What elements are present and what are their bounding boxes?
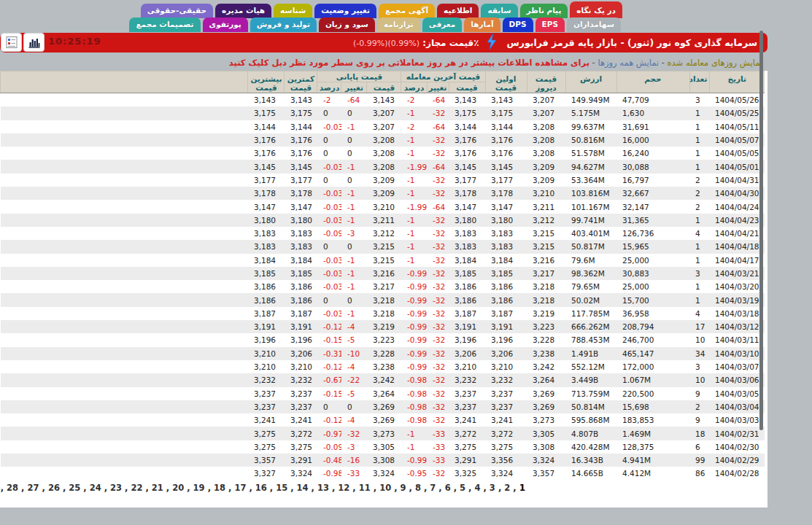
trade-day-row[interactable]: 1404/05/05116,24051.578M3,2083,1763,176-… bbox=[1, 147, 765, 160]
cell-first-price: 3,241 bbox=[485, 413, 527, 427]
trade-day-row[interactable]: 1404/03/21330,88398.362M3,2173,1853,185-… bbox=[1, 267, 765, 280]
trade-day-row[interactable]: 1404/05/07116,00050.816M3,2083,1763,176-… bbox=[1, 133, 765, 147]
trade-day-row[interactable]: 1404/03/1217208,794666.262M3,2233,1913,1… bbox=[1, 320, 765, 333]
cell-last-price: 3,272 bbox=[449, 427, 485, 440]
tab-announcement[interactable]: اطلاعیه bbox=[437, 4, 479, 18]
trade-day-row[interactable]: 1404/03/18436,958117.785M3,2193,1873,187… bbox=[1, 307, 765, 320]
trade-day-row[interactable]: 1404/03/039183,853595.868M3,2733,2413,24… bbox=[1, 413, 765, 427]
cell-yesterday-price: 3,210 bbox=[527, 187, 565, 200]
trade-day-row[interactable]: 1404/03/06101.067M3.449B3,2643,2323,232-… bbox=[1, 373, 765, 386]
page-number-8[interactable]: 8 bbox=[415, 483, 421, 493]
tab-at-a-glance[interactable]: در یک نگاه bbox=[570, 1, 622, 18]
trade-day-row[interactable]: 1404/04/31216,79753.364M3,2093,1773,177-… bbox=[1, 174, 765, 187]
page-number-4[interactable]: 4 bbox=[474, 483, 480, 493]
page-number-23[interactable]: 23 bbox=[110, 483, 122, 493]
page-number-3[interactable]: 3 bbox=[490, 483, 495, 493]
page-number-25[interactable]: 25 bbox=[69, 483, 80, 493]
page-number-16[interactable]: 16 bbox=[255, 483, 267, 493]
chart-icon-button[interactable] bbox=[23, 33, 45, 52]
cell-last-change: -32 bbox=[427, 413, 449, 427]
trade-day-row[interactable]: 1404/03/073172,000552.12M3,2423,2103,210… bbox=[1, 360, 765, 373]
tab-history[interactable]: سابقه bbox=[481, 4, 517, 18]
cell-close-price: 3,324 bbox=[367, 467, 401, 480]
cell-count: 1 bbox=[689, 280, 709, 293]
page-number-22[interactable]: 22 bbox=[131, 483, 142, 493]
vertical-scrollbar-thumb[interactable] bbox=[759, 31, 763, 430]
page-number-10[interactable]: 10 bbox=[379, 483, 391, 493]
show-traded-days-link[interactable]: نمایش روزهای معامله شده bbox=[668, 58, 762, 68]
cell-yesterday-price: 3,324 bbox=[527, 454, 565, 467]
trade-day-row[interactable]: 1404/05/26347,709149.949M3,2073,1433,143… bbox=[1, 93, 765, 107]
page-number-14[interactable]: 14 bbox=[297, 483, 309, 493]
tab-dps[interactable]: DPS bbox=[503, 18, 533, 32]
tab-status-change[interactable]: تغییر وضعیت bbox=[314, 4, 376, 18]
cell-value: 595.868M bbox=[565, 413, 616, 427]
tab-balance-sheet[interactable]: ترازنامه bbox=[377, 18, 420, 32]
page-number-27[interactable]: 27 bbox=[27, 483, 39, 493]
tab-portfolio[interactable]: پورتفوی bbox=[203, 18, 248, 32]
tab-introduction[interactable]: معرفی bbox=[422, 18, 462, 32]
tab-assembly-notice[interactable]: آگهی مجمع bbox=[379, 4, 435, 18]
trade-day-row[interactable]: 1404/02/31181.469M4.807B3,3053,2723,272-… bbox=[1, 427, 765, 440]
cell-first-price: 3,183 bbox=[485, 227, 527, 240]
cell-highest-price: 3,186 bbox=[248, 280, 285, 293]
trade-day-row[interactable]: 1404/04/18115,96550.817M3,2153,1833,183-… bbox=[1, 240, 765, 253]
cell-volume: 1.469M bbox=[616, 427, 689, 440]
tab-individual-institutional[interactable]: حقیقی-حقوقی bbox=[141, 4, 213, 18]
trade-day-row[interactable]: 1404/04/23131,36599.741M3,2123,1803,180-… bbox=[1, 214, 765, 227]
trade-day-row[interactable]: 1404/04/24232,147101.167M3,2113,1473,147… bbox=[1, 200, 765, 213]
show-all-days-link[interactable]: نمایش همه روزها bbox=[598, 58, 659, 68]
trade-day-row[interactable]: 1404/03/1034465,1471.491B3,2383,2063,206… bbox=[1, 347, 765, 360]
page-number-28[interactable]: 28 bbox=[7, 483, 18, 493]
page-number-5[interactable]: 5 bbox=[460, 483, 465, 493]
cell-close-change: -1 bbox=[341, 280, 367, 293]
cell-last-price: 3,186 bbox=[449, 280, 485, 293]
page-number-19[interactable]: 19 bbox=[193, 483, 205, 493]
trade-day-row[interactable]: 1404/02/306128,375420.428M3,3083,2753,27… bbox=[1, 440, 765, 454]
page-number-12[interactable]: 12 bbox=[338, 483, 349, 493]
trade-day-row[interactable]: 1404/04/30232,667103.816M3,2103,1783,178… bbox=[1, 187, 765, 200]
page-number-20[interactable]: 20 bbox=[172, 483, 184, 493]
tab-production-sales[interactable]: تولید و فروش bbox=[250, 18, 317, 32]
trade-day-row[interactable]: 1404/02/29994.941M16.343B3,3243,3563,291… bbox=[1, 454, 765, 467]
page-number-11[interactable]: 11 bbox=[359, 483, 371, 493]
tab-supervisor-message[interactable]: پیام ناظر bbox=[520, 4, 568, 18]
page-number-13[interactable]: 13 bbox=[317, 483, 329, 493]
tab-shareholders[interactable]: سهامداران bbox=[567, 18, 621, 32]
page-number-26[interactable]: 26 bbox=[48, 483, 60, 493]
cell-date: 1404/05/25 bbox=[709, 106, 765, 120]
trade-day-row[interactable]: 1404/04/17125,00079.6M3,2163,1843,184-32… bbox=[1, 254, 765, 267]
trade-day-row[interactable]: 1404/05/01130,08894.627M3,2093,1453,145-… bbox=[1, 160, 765, 173]
tab-identity[interactable]: شناسه bbox=[274, 4, 312, 18]
page-number-9[interactable]: 9 bbox=[401, 483, 406, 493]
page-number-24[interactable]: 24 bbox=[90, 483, 101, 493]
report-list-icon-button[interactable] bbox=[1, 33, 22, 52]
page-number-6[interactable]: 6 bbox=[445, 483, 451, 493]
cell-close-price: 3,212 bbox=[367, 227, 401, 240]
page-number-2[interactable]: 2 bbox=[504, 483, 510, 493]
tab-profit-loss[interactable]: سود و زیان bbox=[319, 18, 375, 32]
cell-highest-price: 3,241 bbox=[248, 413, 285, 427]
trade-day-row[interactable]: 1404/03/19115,70050.02M3,2183,1863,186-3… bbox=[1, 293, 765, 306]
symbol-title-bar: سرمایه گذاری کوه نور (ثنور) - بازار پایه… bbox=[0, 33, 767, 52]
page-number-17[interactable]: 17 bbox=[234, 483, 246, 493]
tab-board-of-directors[interactable]: هیات مدیره bbox=[215, 4, 271, 18]
page-number-7[interactable]: 7 bbox=[430, 483, 436, 493]
trade-day-row[interactable]: 1404/02/28864.412M14.665B3,3573,3243,325… bbox=[1, 467, 765, 480]
trade-day-row[interactable]: 1404/03/059220,500713.759M3,2693,2373,23… bbox=[1, 387, 765, 400]
trade-day-row[interactable]: 1404/05/2511,6305.175M3,2073,1753,175-32… bbox=[1, 106, 765, 120]
trade-day-row[interactable]: 1404/05/11131,69199.637M3,2083,1443,144-… bbox=[1, 120, 765, 133]
trade-day-row[interactable]: 1404/03/20125,00079.65M3,2183,1863,186-3… bbox=[1, 280, 765, 293]
cell-volume: 25,000 bbox=[616, 254, 689, 267]
trade-day-row[interactable]: 1404/04/214126,736403.401M3,2153,1833,18… bbox=[1, 227, 765, 240]
tab-statistics[interactable]: آمارها bbox=[464, 18, 500, 32]
trade-day-row[interactable]: 1404/03/1110246,700788.453M3,2283,1963,1… bbox=[1, 333, 765, 346]
trade-day-row[interactable]: 1404/03/04215,69850.814M3,2693,2373,237-… bbox=[1, 400, 765, 413]
page-number-21[interactable]: 21 bbox=[152, 483, 163, 493]
page-number-15[interactable]: 15 bbox=[276, 483, 287, 493]
page-number-18[interactable]: 18 bbox=[214, 483, 225, 493]
cell-close-percent: 0 bbox=[317, 147, 341, 160]
page-number-1[interactable]: 1 bbox=[519, 483, 525, 493]
tab-eps[interactable]: EPS bbox=[535, 18, 565, 32]
tab-assembly-decisions[interactable]: تصمیمات مجمع bbox=[129, 18, 200, 32]
